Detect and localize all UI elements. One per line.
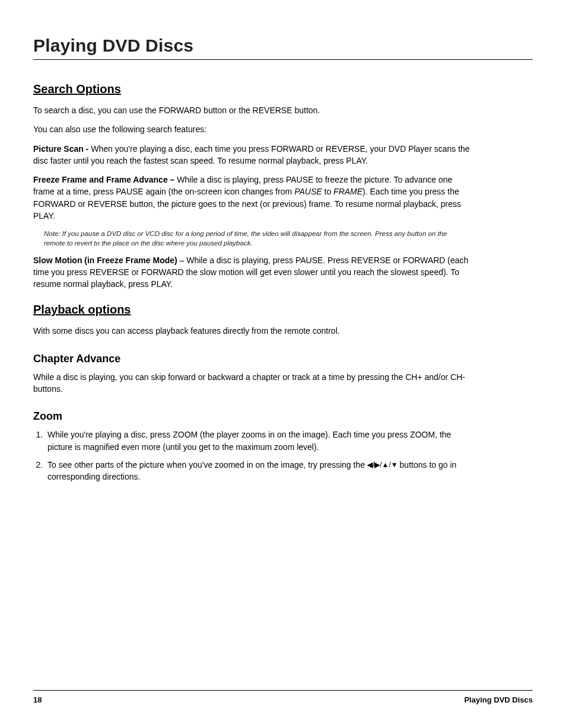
left-arrow-icon: ◀ (367, 461, 372, 469)
arrow-separator-1: / (373, 461, 374, 469)
page-number: 18 (33, 695, 42, 704)
search-intro-2: You can also use the following search fe… (33, 123, 472, 135)
chapter-advance-heading: Chapter Advance (33, 353, 472, 365)
footer-section-label: Playing DVD Discs (464, 695, 533, 704)
picture-scan-paragraph: Picture Scan - When you're playing a dis… (33, 143, 472, 167)
page-footer: 18 Playing DVD Discs (33, 690, 533, 704)
page: Playing DVD Discs Search Options To sear… (0, 0, 566, 728)
down-arrow-icon: ▼ (391, 461, 398, 469)
dpad-arrows-icon: ◀/▶/▲/▼ (367, 460, 398, 470)
chapter-advance-text: While a disc is playing, you can skip fo… (33, 371, 472, 395)
title-rule (33, 59, 533, 60)
slow-motion-label: Slow Motion (in Freeze Frame Mode) (33, 256, 177, 265)
right-arrow-icon: ▶ (374, 461, 379, 469)
up-arrow-icon: ▲ (382, 461, 389, 469)
zoom-steps-list: While you're playing a disc, press ZOOM … (33, 429, 472, 483)
picture-scan-text: When you're playing a disc, each time yo… (33, 144, 470, 165)
footer-row: 18 Playing DVD Discs (33, 695, 533, 704)
freeze-frame-paragraph: Freeze Frame and Frame Advance – While a… (33, 174, 472, 222)
freeze-frame-mid: to (322, 187, 333, 196)
freeze-frame-label: Freeze Frame and Frame Advance – (33, 175, 174, 184)
freeze-frame-pause-word: PAUSE (294, 187, 322, 196)
footer-rule (33, 690, 533, 691)
content-body: Search Options To search a disc, you can… (33, 82, 472, 483)
arrow-separator-2: / (380, 461, 381, 469)
freeze-frame-frame-word: FRAME (333, 187, 363, 196)
slow-motion-paragraph: Slow Motion (in Freeze Frame Mode) – Whi… (33, 254, 472, 290)
freeze-frame-note: Note: If you pause a DVD disc or VCD dis… (44, 229, 447, 248)
zoom-step-2: To see other parts of the picture when y… (45, 459, 472, 483)
zoom-step-1: While you're playing a disc, press ZOOM … (45, 429, 472, 453)
playback-options-text: With some discs you can access playback … (33, 325, 472, 337)
zoom-heading: Zoom (33, 410, 472, 423)
search-options-heading: Search Options (33, 82, 472, 96)
chapter-title: Playing DVD Discs (33, 36, 533, 56)
picture-scan-label: Picture Scan - (33, 144, 88, 154)
zoom-step-2-pre: To see other parts of the picture when y… (47, 460, 367, 470)
playback-options-heading: Playback options (33, 303, 472, 317)
arrow-separator-3: / (389, 461, 390, 469)
search-intro-1: To search a disc, you can use the FORWAR… (33, 104, 472, 116)
